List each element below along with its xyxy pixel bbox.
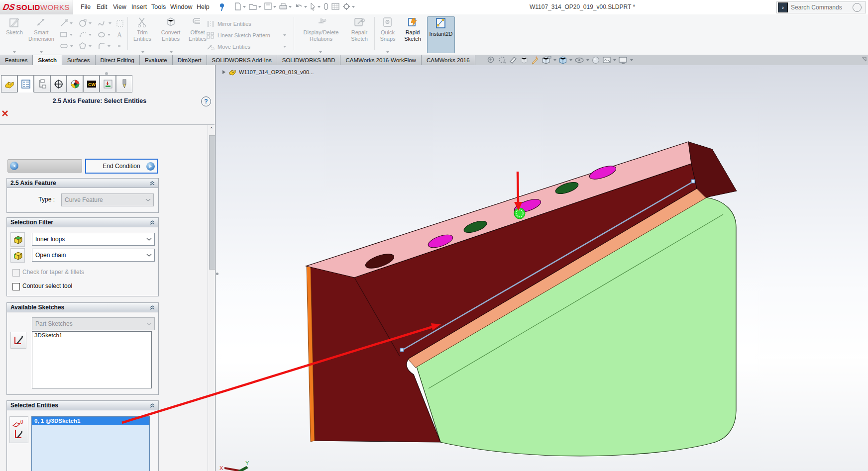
convert-flyout-arrow[interactable] [170, 51, 173, 53]
appearance-icon[interactable] [591, 56, 600, 65]
edit-appearance-icon[interactable] [531, 56, 540, 65]
hide-show-dropdown[interactable] [586, 59, 589, 61]
line-tool[interactable] [60, 18, 77, 28]
part-sketches-combo[interactable]: Part Sketches [32, 317, 155, 330]
view-settings-icon[interactable] [618, 56, 628, 65]
trim-flyout-arrow[interactable] [141, 51, 144, 53]
mirror-entities-button[interactable]: Mirror Entities [206, 18, 251, 29]
chain-filter-combo[interactable]: Open chain [32, 249, 155, 262]
selected-entities-list[interactable]: 0, 1 @3DSketch1 [31, 416, 150, 471]
instant2d-button[interactable]: Instant2D [427, 16, 455, 53]
scrollbar-up-arrow[interactable]: ⌃ [208, 126, 215, 133]
menu-window[interactable]: Window [167, 0, 195, 14]
circle-tool[interactable] [79, 18, 96, 28]
zoom-fit-icon[interactable] [487, 56, 496, 65]
pin-icon[interactable] [217, 2, 225, 13]
tab-solidworks-add-ins[interactable]: SOLIDWORKS Add-Ins [207, 55, 277, 65]
pattern-tool[interactable] [115, 18, 132, 28]
collapse-chevron-icon[interactable] [149, 305, 155, 310]
menu-help[interactable]: Help [194, 0, 213, 14]
menu-edit[interactable]: Edit [94, 0, 110, 14]
attach-icon[interactable] [323, 2, 329, 13]
fillet-dropdown[interactable] [108, 45, 110, 47]
tab-camworks-tools[interactable] [116, 75, 132, 93]
search-commands-box[interactable]: › [776, 1, 866, 13]
display-delete-flyout-arrow[interactable] [319, 51, 322, 53]
new-document-dropdown[interactable] [243, 6, 246, 8]
select-dropdown[interactable] [318, 6, 321, 8]
menu-view[interactable]: View [110, 0, 129, 14]
tab-camworks-feature-tree[interactable]: CW [83, 75, 100, 93]
rectangle-tool[interactable] [60, 29, 77, 40]
save-icon[interactable] [264, 2, 272, 13]
apply-scene-dropdown[interactable] [613, 59, 616, 61]
type-combo[interactable]: Curve Feature [61, 193, 154, 206]
axis-feature-group-header[interactable]: 2.5 Axis Feature [7, 179, 158, 188]
print-dropdown[interactable] [289, 6, 292, 8]
sketch-endpoint-1[interactable] [400, 348, 404, 352]
collapse-corner-icon[interactable] [861, 56, 867, 63]
selected-entities-group-header[interactable]: Selected Entities [7, 401, 158, 410]
tab-property-manager[interactable] [17, 75, 34, 93]
tab-feature-manager[interactable] [1, 75, 17, 93]
options-dropdown[interactable] [352, 6, 355, 8]
table-icon[interactable] [331, 2, 340, 13]
quick-snaps-flyout-arrow[interactable] [386, 51, 389, 53]
tab-camworks-workflow[interactable]: CAMWorks 2016-WorkFlow [340, 55, 421, 65]
scrollbar-thumb[interactable] [209, 135, 216, 270]
view-settings-dropdown[interactable] [630, 59, 633, 61]
sketch-flyout-arrow[interactable] [13, 51, 16, 53]
panel-scrollbar[interactable]: ⌃ [208, 125, 215, 471]
spline-tool[interactable] [98, 18, 114, 28]
linear-sketch-pattern-button[interactable]: Linear Sketch Pattern [206, 30, 270, 40]
open-dropdown[interactable] [258, 6, 261, 8]
ellipse-tool[interactable] [98, 29, 114, 40]
display-style-dropdown[interactable] [569, 59, 572, 61]
tab-solidworks-mbd[interactable]: SOLIDWORKS MBD [277, 55, 341, 65]
smart-dimension-flyout-arrow[interactable] [40, 51, 43, 53]
wizard-back-button[interactable] [7, 159, 82, 173]
fillet-tool[interactable] [98, 41, 114, 51]
tab-sketch[interactable]: Sketch [33, 55, 62, 65]
tab-dimxpert-manager[interactable] [67, 75, 83, 93]
available-sketches-list[interactable]: 3DSketch1 [32, 331, 152, 388]
move-entities-dropdown[interactable] [283, 46, 286, 48]
tab-dimxpert[interactable]: DimXpert [173, 55, 207, 65]
selection-filter-group-header[interactable]: Selection Filter [7, 218, 158, 227]
apply-scene-icon[interactable] [602, 56, 611, 65]
new-document-icon[interactable] [234, 2, 242, 13]
arc-dropdown[interactable] [89, 34, 92, 36]
view-orientation-dropdown[interactable] [553, 59, 556, 61]
translucent-cube-icon[interactable] [520, 56, 529, 65]
close-icon[interactable] [1, 110, 8, 117]
collapse-chevron-icon[interactable] [149, 403, 155, 408]
selected-entity-row[interactable]: 0, 1 @3DSketch1 [32, 417, 149, 425]
check-taper-fillets-checkbox[interactable] [12, 269, 20, 277]
arc-tool[interactable] [79, 29, 96, 40]
menu-file[interactable]: File [78, 0, 94, 14]
zoom-area-icon[interactable] [498, 56, 507, 65]
graphics-viewport[interactable]: W1107_314_OP20_019_v00... X [215, 65, 868, 471]
section-view-icon[interactable] [509, 56, 518, 65]
tab-configuration-manager[interactable] [34, 75, 50, 93]
tab-camworks-2016[interactable]: CAMWorks 2016 [422, 55, 475, 65]
repair-sketch-button[interactable]: Repair Sketch [346, 16, 372, 52]
tab-surfaces[interactable]: Surfaces [62, 55, 95, 65]
sketch-endpoint-2[interactable] [691, 180, 695, 183]
trim-entities-button[interactable]: Trim Entities [130, 16, 154, 52]
tab-evaluate[interactable]: Evaluate [140, 55, 173, 65]
display-style-icon[interactable] [558, 56, 567, 65]
display-delete-relations-button[interactable]: Display/Delete Relations [298, 16, 344, 52]
select-arrow-icon[interactable] [310, 2, 317, 13]
convert-entities-button[interactable]: Convert Entities [157, 16, 184, 52]
slot-dropdown[interactable] [70, 45, 73, 47]
search-input[interactable] [790, 3, 852, 11]
tab-display-manager[interactable] [50, 75, 67, 93]
line-dropdown[interactable] [70, 22, 73, 24]
rectangle-dropdown[interactable] [70, 34, 73, 36]
smart-dimension-button[interactable]: Smart Dimension [27, 16, 56, 52]
rapid-sketch-button[interactable]: Rapid Sketch [401, 16, 424, 52]
loop-filter-combo[interactable]: Inner loops [32, 233, 155, 246]
quick-snaps-button[interactable]: Quick Snaps [377, 16, 399, 52]
tab-camworks-operation-tree[interactable] [100, 75, 116, 93]
